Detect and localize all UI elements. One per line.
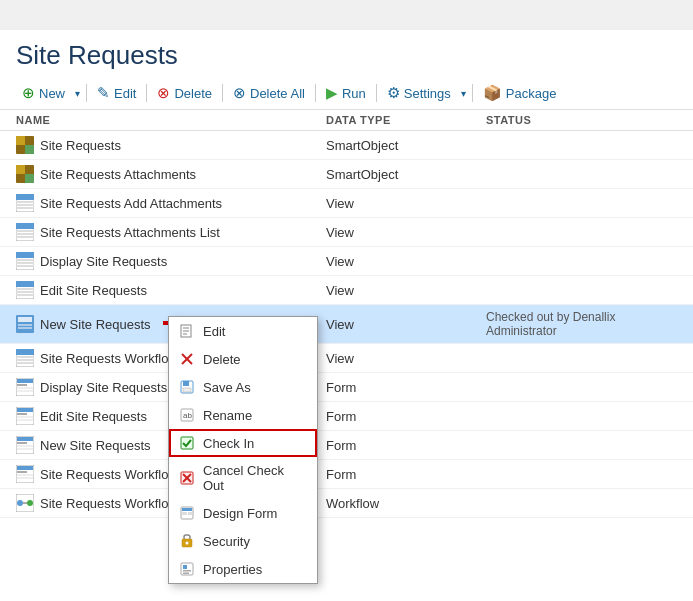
separator-3: [222, 84, 223, 102]
svg-rect-7: [16, 194, 34, 200]
new-site-requests-icon: [16, 315, 34, 333]
svg-rect-5: [25, 174, 34, 183]
context-menu-security[interactable]: Security: [169, 527, 317, 555]
svg-rect-20: [16, 265, 34, 267]
svg-rect-86: [183, 573, 189, 575]
delete-context-icon: [179, 351, 195, 367]
table-row[interactable]: Site Requests Attachments SmartObject: [0, 160, 693, 189]
table-row[interactable]: Edit Site Requests View: [0, 276, 693, 305]
header-bg: [0, 0, 693, 30]
svg-rect-72: [181, 437, 193, 449]
separator-5: [376, 84, 377, 102]
context-menu-properties[interactable]: Properties: [169, 555, 317, 583]
table-row[interactable]: Display Site Requests View: [0, 247, 693, 276]
context-menu-cancelcheckout[interactable]: Cancel Check Out: [169, 457, 317, 499]
toolbar: ⊕ New ▾ ✎ Edit ⊗ Delete ⊗ Delete All ▶ R…: [0, 77, 693, 110]
row-name: Site Requests Add Attachments: [16, 194, 326, 212]
context-menu-design[interactable]: Design Form: [169, 499, 317, 527]
svg-rect-9: [16, 204, 34, 206]
table-row[interactable]: New Site Requests Form: [0, 431, 693, 460]
svg-point-58: [17, 500, 23, 506]
separator-4: [315, 84, 316, 102]
svg-rect-22: [16, 281, 34, 287]
svg-rect-69: [183, 388, 191, 392]
svg-rect-39: [17, 384, 27, 386]
svg-rect-59: [23, 502, 27, 504]
cancelcheckout-context-icon: [179, 470, 195, 486]
separator-1: [86, 84, 87, 102]
design-context-icon: [179, 505, 195, 521]
package-button[interactable]: 📦 Package: [477, 81, 563, 105]
svg-rect-17: [16, 252, 34, 258]
svg-rect-44: [17, 413, 27, 415]
run-button[interactable]: ▶ Run: [320, 81, 372, 105]
svg-rect-78: [182, 512, 187, 515]
row-name: Site Requests: [16, 136, 326, 154]
svg-rect-35: [16, 359, 34, 361]
svg-rect-41: [17, 390, 33, 392]
form-icon: [16, 378, 34, 396]
svg-rect-85: [183, 570, 191, 572]
svg-rect-10: [16, 207, 34, 209]
rename-context-icon: ab: [179, 407, 195, 423]
edit-button[interactable]: ✎ Edit: [91, 81, 142, 105]
context-menu: Edit Delete Save As: [168, 316, 318, 584]
context-menu-rename[interactable]: ab Rename: [169, 401, 317, 429]
table-row[interactable]: Site Requests Attachments List View: [0, 218, 693, 247]
table-row[interactable]: Site Requests SmartObject: [0, 131, 693, 160]
delete-button[interactable]: ⊗ Delete: [151, 81, 218, 105]
svg-rect-68: [183, 381, 189, 386]
edit-context-icon: [179, 323, 195, 339]
svg-rect-34: [16, 356, 34, 358]
svg-rect-77: [182, 508, 192, 511]
context-menu-saveas[interactable]: Save As: [169, 373, 317, 401]
settings-dropdown[interactable]: ▾: [459, 85, 468, 102]
page-title: Site Requests: [0, 30, 693, 77]
table-row[interactable]: Edit Site Requests Form: [0, 402, 693, 431]
package-icon: 📦: [483, 84, 502, 102]
svg-rect-55: [17, 474, 33, 476]
table-header: NAME DATA TYPE STATUS: [0, 110, 693, 131]
view-icon: [16, 252, 34, 270]
svg-rect-38: [17, 379, 33, 383]
svg-rect-18: [16, 259, 34, 261]
svg-rect-27: [18, 317, 32, 322]
table-row[interactable]: Site Requests Workflow View: [0, 344, 693, 373]
svg-rect-19: [16, 262, 34, 264]
separator-6: [472, 84, 473, 102]
view-icon: [16, 194, 34, 212]
table-row[interactable]: Display Site Requests Form: [0, 373, 693, 402]
smartobject-icon: [16, 136, 34, 154]
table-row-highlighted[interactable]: New Site Requests View Checked out by De…: [0, 305, 693, 344]
svg-rect-84: [183, 565, 187, 569]
table-row[interactable]: Site Requests Add Attachments View: [0, 189, 693, 218]
svg-rect-2: [25, 145, 34, 154]
edit-icon: ✎: [97, 84, 110, 102]
smartobject-icon: [16, 165, 34, 183]
table-row[interactable]: Site Requests Workflow Form: [0, 460, 693, 489]
view-icon: [16, 349, 34, 367]
context-menu-delete[interactable]: Delete: [169, 345, 317, 373]
row-name: Site Requests Attachments List: [16, 223, 326, 241]
new-button[interactable]: ⊕ New: [16, 81, 71, 105]
svg-rect-24: [16, 291, 34, 293]
settings-button[interactable]: ⚙ Settings: [381, 81, 457, 105]
delete-icon: ⊗: [157, 84, 170, 102]
table-row[interactable]: Site Requests Workflow Workflow: [0, 489, 693, 518]
svg-rect-45: [17, 416, 33, 418]
form-icon: [16, 465, 34, 483]
new-dropdown[interactable]: ▾: [73, 85, 82, 102]
svg-rect-1: [16, 136, 25, 145]
table-body: Site Requests SmartObject Site Requests …: [0, 131, 693, 518]
security-context-icon: [179, 533, 195, 549]
delete-all-button[interactable]: ⊗ Delete All: [227, 81, 311, 105]
saveas-context-icon: [179, 379, 195, 395]
svg-rect-50: [17, 445, 33, 447]
workflow-icon: [16, 494, 34, 512]
context-menu-edit[interactable]: Edit: [169, 317, 317, 345]
properties-context-icon: [179, 561, 195, 577]
svg-rect-79: [188, 512, 192, 515]
context-menu-checkin[interactable]: Check In: [169, 429, 317, 457]
view-icon: [16, 223, 34, 241]
svg-rect-23: [16, 288, 34, 290]
